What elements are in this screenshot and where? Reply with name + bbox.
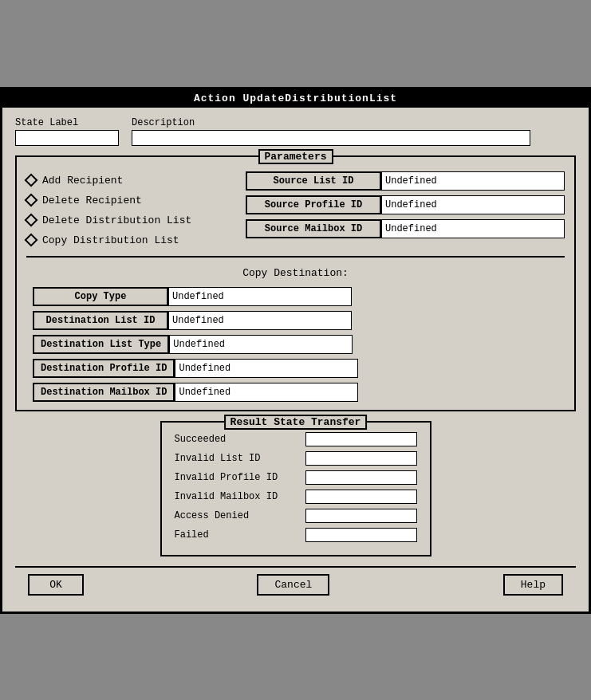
result-succeeded-row: Succeeded [175,432,417,446]
destination-list-type-value: Undefined [169,335,353,354]
destination-profile-id-button[interactable]: Destination Profile ID [33,359,175,378]
destination-profile-id-row: Destination Profile ID Undefined [33,359,565,378]
ok-button[interactable]: OK [28,574,84,596]
destination-list-type-button[interactable]: Destination List Type [33,335,169,354]
copy-destination-title: Copy Destination: [26,267,565,279]
source-list-id-button[interactable]: Source List ID [246,171,381,191]
top-row: State Label Description [15,117,576,146]
result-invalid-list-label: Invalid List ID [175,453,278,464]
diamond-add-recipient [25,174,38,187]
diamond-delete-recipient [25,194,38,207]
copy-fields: Copy Type Undefined Destination List ID … [26,287,565,402]
destination-list-type-row: Destination List Type Undefined [33,335,565,354]
destination-mailbox-id-row: Destination Mailbox ID Undefined [33,383,565,402]
option-delete-recipient[interactable]: Delete Recipient [26,195,246,206]
result-access-denied-row: Access Denied [175,509,417,523]
source-profile-id-button[interactable]: Source Profile ID [246,195,381,214]
result-failed-row: Failed [175,528,417,542]
copy-type-value: Undefined [168,287,352,306]
option-delete-distribution-list[interactable]: Delete Distribution List [26,214,246,226]
result-panel-wrapper: Result State Transfer Succeeded Invalid … [15,421,576,556]
state-label-group: State Label [15,117,119,146]
source-mailbox-id-value: Undefined [381,219,565,238]
main-window: Action UpdateDistributionList State Labe… [0,87,591,614]
option-add-recipient-label: Add Recipient [42,175,123,187]
window-body: State Label Description Parameters Add R… [2,108,589,612]
result-invalid-mailbox-input[interactable] [305,490,417,504]
result-invalid-profile-label: Invalid Profile ID [175,472,278,483]
copy-type-button[interactable]: Copy Type [33,287,168,306]
source-mailbox-id-button[interactable]: Source Mailbox ID [246,219,381,238]
option-add-recipient[interactable]: Add Recipient [26,175,246,187]
state-label-label: State Label [15,117,119,128]
result-invalid-mailbox-row: Invalid Mailbox ID [175,490,417,504]
destination-list-id-button[interactable]: Destination List ID [33,311,168,330]
result-invalid-mailbox-label: Invalid Mailbox ID [175,491,278,502]
result-panel-title: Result State Transfer [224,415,368,430]
source-fields: Source List ID Undefined Source Profile … [246,171,565,246]
params-divider [26,256,565,258]
description-input[interactable] [132,130,530,146]
result-succeeded-input[interactable] [305,432,417,446]
result-failed-input[interactable] [305,528,417,542]
result-succeeded-label: Succeeded [175,434,278,445]
help-button[interactable]: Help [503,574,563,596]
option-copy-distribution-list[interactable]: Copy Distribution List [26,234,246,246]
source-profile-id-row: Source Profile ID Undefined [246,195,565,214]
parameters-panel: Parameters Add Recipient Delete Recipien… [15,155,576,411]
copy-destination-section: Copy Destination: Copy Type Undefined De… [26,267,565,402]
diamond-copy-distribution [25,234,38,247]
source-mailbox-id-row: Source Mailbox ID Undefined [246,219,565,238]
source-list-id-row: Source List ID Undefined [246,171,565,191]
window-title: Action UpdateDistributionList [194,92,397,104]
description-group: Description [132,117,530,146]
parameters-panel-title: Parameters [258,149,333,164]
result-invalid-list-row: Invalid List ID [175,451,417,466]
params-content: Add Recipient Delete Recipient Delete Di… [26,171,565,246]
option-copy-distribution-label: Copy Distribution List [42,234,179,246]
destination-profile-id-value: Undefined [175,359,358,378]
result-invalid-list-input[interactable] [305,451,417,466]
title-bar: Action UpdateDistributionList [2,89,589,108]
cancel-button[interactable]: Cancel [257,574,329,596]
radio-options: Add Recipient Delete Recipient Delete Di… [26,171,246,246]
result-access-denied-label: Access Denied [175,510,278,521]
destination-mailbox-id-value: Undefined [175,383,358,402]
source-profile-id-value: Undefined [381,195,565,214]
state-label-input[interactable] [15,130,119,146]
result-invalid-profile-input[interactable] [305,470,417,485]
option-delete-recipient-label: Delete Recipient [42,195,142,206]
source-list-id-value: Undefined [381,171,565,191]
result-failed-label: Failed [175,529,278,541]
bottom-buttons: OK Cancel Help [15,566,576,602]
destination-list-id-value: Undefined [168,311,352,330]
description-label: Description [132,117,530,128]
destination-mailbox-id-button[interactable]: Destination Mailbox ID [33,383,175,402]
option-delete-distribution-label: Delete Distribution List [42,214,191,226]
diamond-delete-distribution [25,214,38,227]
destination-list-id-row: Destination List ID Undefined [33,311,565,330]
result-panel: Result State Transfer Succeeded Invalid … [160,421,431,556]
copy-type-row: Copy Type Undefined [33,287,565,306]
result-invalid-profile-row: Invalid Profile ID [175,470,417,485]
result-access-denied-input[interactable] [305,509,417,523]
